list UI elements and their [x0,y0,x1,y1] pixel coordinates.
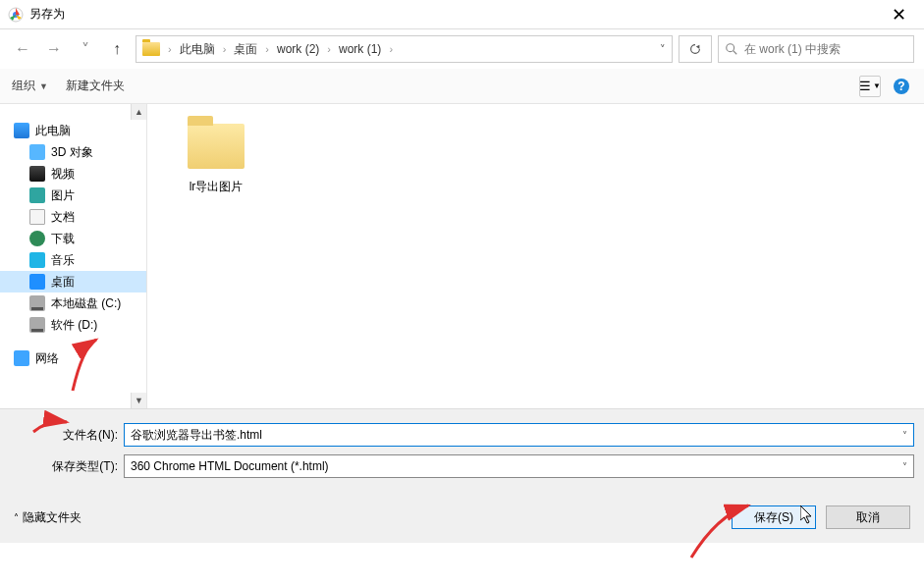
file-list-pane[interactable]: lr导出图片 [147,104,924,408]
breadcrumb-item[interactable]: work (1) [339,42,381,56]
forward-button: → [41,35,67,63]
svg-line-3 [734,51,737,55]
mus-icon [29,252,45,268]
folder-icon [142,42,160,56]
tree-item[interactable]: 此电脑 [0,120,146,141]
tree-item-label: 3D 对象 [51,144,93,161]
tree-item[interactable]: 下载 [0,228,146,249]
tree-item-label: 图片 [51,187,75,204]
folder-label: lr导出图片 [190,179,244,195]
recent-button[interactable]: ˅ [73,35,98,63]
3d-icon [29,144,45,160]
up-button[interactable]: ↑ [104,35,130,63]
refresh-button[interactable] [679,35,712,63]
search-icon [725,42,738,56]
tree-item[interactable]: 图片 [0,185,146,206]
tree-item-label: 桌面 [51,274,75,291]
chrome-icon [8,7,24,23]
chevron-right-icon: › [327,43,331,55]
breadcrumb-item[interactable]: 桌面 [234,41,257,58]
tree-item[interactable]: 软件 (D:) [0,314,146,336]
filetype-label: 保存类型(T): [10,458,118,475]
chevron-right-icon: › [223,43,227,55]
filename-label: 文件名(N): [10,427,118,444]
cancel-button[interactable]: 取消 [826,505,910,529]
tree-item[interactable]: 文档 [0,206,146,228]
save-button[interactable]: 保存(S) [732,505,816,529]
tree-item-label: 文档 [51,209,75,226]
desk-icon [29,274,45,290]
pc-icon [14,123,29,138]
tree-item-label: 视频 [51,166,75,183]
hd-icon [29,317,45,333]
svg-point-2 [727,44,734,52]
tree-item[interactable]: 3D 对象 [0,141,146,163]
tree-item[interactable]: 音乐 [0,249,146,271]
filename-input[interactable]: 谷歌浏览器导出书签.html ˅ [124,423,914,447]
hide-folders-toggle[interactable]: ˄隐藏文件夹 [14,509,82,526]
chevron-down-icon[interactable]: ˅ [902,430,907,441]
back-button[interactable]: ← [10,35,35,63]
tree-item-label: 此电脑 [35,123,71,139]
close-button[interactable]: ✕ [882,4,916,26]
chevron-right-icon: › [389,43,393,55]
tree-item[interactable]: 网络 [0,347,146,369]
tree-item-label: 本地磁盘 (C:) [51,295,121,312]
hd-icon [29,295,45,311]
chevron-right-icon: › [265,43,269,55]
tree-item-label: 网络 [35,350,59,367]
folder-icon [188,124,245,169]
help-button[interactable]: ? [891,76,912,97]
chevron-down-icon[interactable]: ˅ [660,43,666,56]
window-title: 另存为 [29,6,882,23]
svg-text:?: ? [897,80,904,93]
tree-item-label: 下载 [51,231,75,247]
net-icon [14,350,29,366]
tree-item[interactable]: 本地磁盘 (C:) [0,292,146,314]
address-bar[interactable]: › 此电脑 › 桌面 › work (2) › work (1) › ˅ [136,35,673,63]
chevron-down-icon[interactable]: ˅ [902,461,907,472]
organize-menu[interactable]: 组织▼ [12,78,48,94]
new-folder-button[interactable]: 新建文件夹 [66,78,125,94]
folder-item[interactable]: lr导出图片 [167,124,265,195]
vid-icon [29,166,45,182]
chevron-right-icon: › [168,43,172,55]
search-box[interactable] [718,35,914,63]
scroll-down-button[interactable]: ▼ [131,393,146,408]
filetype-select[interactable]: 360 Chrome HTML Document (*.html) ˅ [124,454,914,478]
navigation-tree[interactable]: ▲ 此电脑3D 对象视频图片文档下载音乐桌面本地磁盘 (C:)软件 (D:)网络… [0,104,147,408]
view-options-button[interactable]: ☰▼ [859,76,881,97]
breadcrumb-item[interactable]: 此电脑 [180,41,215,58]
tree-item-label: 软件 (D:) [51,317,97,334]
doc-icon [29,209,45,225]
dl-icon [29,231,45,246]
tree-item-label: 音乐 [51,252,75,269]
breadcrumb-item[interactable]: work (2) [277,42,319,56]
search-input[interactable] [744,42,907,56]
tree-item[interactable]: 视频 [0,163,146,185]
tree-item[interactable]: 桌面 [0,271,146,292]
scroll-up-button[interactable]: ▲ [131,104,146,120]
pic-icon [29,187,45,203]
